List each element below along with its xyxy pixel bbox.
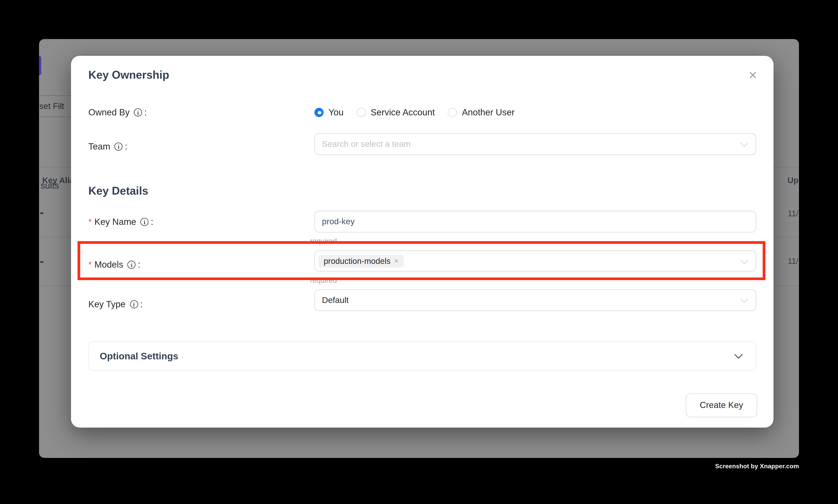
team-search-input[interactable] [315,139,712,149]
info-icon[interactable]: i [141,218,149,226]
create-key-button[interactable]: Create Key [686,394,757,417]
watermark-text: Screenshot by Xnapper.com [715,463,799,469]
screenshot-stage: eset Filt sults Key Alia Up 11/ 11/ Key … [0,0,838,504]
column-header-updated: Up [788,174,799,186]
required-asterisk: * [88,217,92,227]
key-name-input[interactable] [315,217,712,227]
chevron-down-icon [741,295,748,303]
column-header-key-alias: Key Alia [42,174,74,186]
radio-unselected-icon [357,108,366,117]
key-name-field [314,211,756,233]
radio-unselected-icon [448,108,457,117]
radio-you[interactable]: You [314,107,343,117]
reset-filters-partial-label: eset Filt [39,101,64,111]
key-ownership-heading: Key Ownership [88,68,169,82]
key-details-heading: Key Details [88,184,148,197]
table-row-alias-dash [40,212,43,214]
optional-settings-toggle[interactable]: Optional Settings [88,341,756,371]
info-icon[interactable]: i [114,143,123,151]
create-key-button-fragment[interactable] [39,56,41,75]
owned-by-radio-group: You Service Account Another User [314,105,515,120]
team-select[interactable] [314,133,756,155]
info-icon[interactable]: i [130,300,138,308]
chevron-down-icon [741,139,748,147]
info-icon[interactable]: i [134,108,142,116]
table-row-updated-date: 11/ [788,255,799,266]
table-row-alias-dash [40,261,43,263]
radio-selected-icon [314,108,323,117]
team-label: Team i : [88,140,127,153]
chevron-down-icon [734,350,743,359]
radio-another-user[interactable]: Another User [448,107,515,117]
key-type-select[interactable]: Default [314,289,756,311]
key-name-label: * Key Name i : [88,215,154,229]
owned-by-label: Owned By i : [88,106,147,119]
table-row-updated-date: 11/ [788,208,799,218]
annotation-highlight-box [77,241,765,280]
radio-service-account[interactable]: Service Account [357,107,435,117]
close-icon[interactable]: ✕ [745,68,761,83]
key-type-label: Key Type i : [88,298,143,311]
